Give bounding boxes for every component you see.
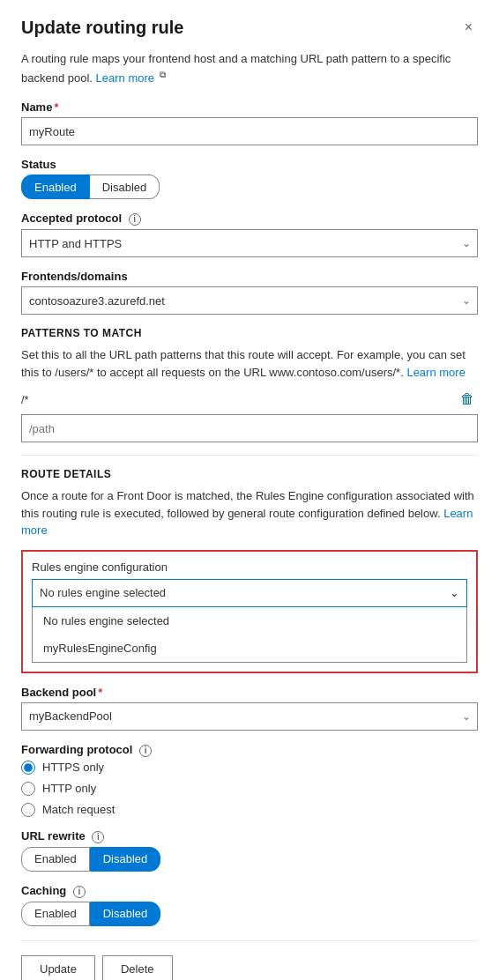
forwarding-https-only[interactable]: HTTPS only [21, 761, 478, 775]
caching-field-group: Caching i Enabled Disabled [21, 884, 478, 926]
url-rewrite-info-icon[interactable]: i [92, 831, 104, 843]
protocol-info-icon[interactable]: i [129, 213, 141, 226]
rules-engine-chevron-icon: ⌄ [450, 586, 459, 599]
forwarding-http-only[interactable]: HTTP only [21, 782, 478, 796]
protocol-select[interactable]: HTTP and HTTPS HTTPS only HTTP only [21, 229, 478, 257]
url-rewrite-label: URL rewrite i [21, 829, 478, 843]
caching-enabled-button[interactable]: Enabled [21, 902, 90, 926]
external-link-icon: ⧉ [160, 70, 166, 79]
protocol-label: Accepted protocol i [21, 212, 478, 226]
status-toggle: Enabled Disabled [21, 174, 478, 199]
rules-engine-dropdown-trigger[interactable]: No rules engine selected ⌄ [32, 579, 467, 607]
status-field-group: Status Enabled Disabled [21, 158, 478, 199]
panel-description: A routing rule maps your frontend host a… [21, 50, 478, 86]
forwarding-http-label: HTTP only [42, 782, 96, 795]
url-rewrite-field-group: URL rewrite i Enabled Disabled [21, 829, 478, 872]
patterns-desc-text: Set this to all the URL path patterns th… [21, 348, 465, 379]
url-rewrite-enabled-button[interactable]: Enabled [21, 847, 90, 872]
footer-buttons: Update Delete [21, 940, 478, 980]
status-disabled-button[interactable]: Disabled [90, 174, 160, 199]
patterns-description: Set this to all the URL path patterns th… [21, 346, 478, 381]
patterns-section-title: PATTERNS TO MATCH [21, 327, 478, 339]
forwarding-https-radio[interactable] [21, 761, 35, 775]
forwarding-protocol-label: Forwarding protocol i [21, 743, 478, 757]
path-field-group [21, 414, 478, 442]
panel-title: Update routing rule [21, 18, 183, 38]
delete-pattern-icon[interactable]: 🗑 [457, 390, 478, 409]
close-button[interactable]: × [459, 18, 478, 37]
route-desc-text: Once a route for a Front Door is matched… [21, 489, 474, 520]
delete-button[interactable]: Delete [102, 955, 173, 980]
name-input[interactable] [21, 117, 478, 145]
route-section-title: ROUTE DETAILS [21, 468, 478, 480]
patterns-learn-more-link[interactable]: Learn more [406, 366, 465, 379]
path-input[interactable] [21, 414, 478, 442]
status-enabled-button[interactable]: Enabled [21, 174, 90, 199]
backend-pool-select-wrapper: myBackendPool ⌄ [21, 702, 478, 731]
rules-engine-label: Rules engine configuration [32, 561, 467, 574]
frontends-select[interactable]: contosoazure3.azurefd.net [21, 286, 478, 315]
frontends-label: Frontends/domains [21, 270, 478, 283]
forwarding-http-radio[interactable] [21, 782, 35, 796]
caching-info-icon[interactable]: i [73, 886, 86, 898]
frontends-field-group: Frontends/domains contosoazure3.azurefd.… [21, 270, 478, 315]
caching-label: Caching i [21, 884, 478, 898]
pattern-value: /* [21, 393, 457, 406]
rules-engine-option-myconfig[interactable]: myRulesEngineConfig [33, 635, 466, 662]
caching-toggle: Enabled Disabled [21, 902, 478, 926]
rules-engine-selected-text: No rules engine selected [40, 586, 166, 599]
forwarding-https-label: HTTPS only [42, 761, 104, 774]
route-description: Once a route for a Front Door is matched… [21, 487, 478, 539]
forwarding-match-request[interactable]: Match request [21, 803, 478, 817]
description-learn-more-link[interactable]: Learn more [96, 71, 154, 85]
name-field-group: Name* [21, 100, 478, 145]
rules-engine-option-none[interactable]: No rules engine selected [33, 607, 466, 635]
update-routing-rule-panel: Update routing rule × A routing rule map… [0, 0, 499, 980]
update-button[interactable]: Update [21, 955, 95, 980]
panel-header: Update routing rule × [21, 18, 478, 38]
description-text: A routing rule maps your frontend host a… [21, 52, 451, 85]
forwarding-protocol-radio-group: HTTPS only HTTP only Match request [21, 761, 478, 817]
backend-pool-select[interactable]: myBackendPool [21, 702, 478, 731]
name-required: * [54, 100, 58, 114]
section-divider [21, 455, 478, 456]
status-label: Status [21, 158, 478, 171]
rules-engine-dropdown-list: No rules engine selected myRulesEngineCo… [32, 607, 467, 663]
backend-pool-required: * [98, 686, 102, 699]
url-rewrite-toggle: Enabled Disabled [21, 847, 478, 872]
backend-pool-field-group: Backend pool* myBackendPool ⌄ [21, 686, 478, 731]
frontends-select-wrapper: contosoazure3.azurefd.net ⌄ [21, 286, 478, 315]
forwarding-protocol-field-group: Forwarding protocol i HTTPS only HTTP on… [21, 743, 478, 817]
url-rewrite-disabled-button[interactable]: Disabled [90, 847, 161, 872]
forwarding-match-label: Match request [42, 803, 115, 816]
backend-pool-label: Backend pool* [21, 686, 478, 699]
pattern-row: /* 🗑 [21, 390, 478, 409]
forwarding-info-icon[interactable]: i [139, 745, 152, 757]
name-label: Name* [21, 100, 478, 114]
forwarding-match-radio[interactable] [21, 803, 35, 817]
protocol-select-wrapper: HTTP and HTTPS HTTPS only HTTP only ⌄ [21, 229, 478, 257]
rules-engine-box: Rules engine configuration No rules engi… [21, 550, 478, 673]
caching-disabled-button[interactable]: Disabled [90, 902, 161, 926]
protocol-field-group: Accepted protocol i HTTP and HTTPS HTTPS… [21, 212, 478, 257]
